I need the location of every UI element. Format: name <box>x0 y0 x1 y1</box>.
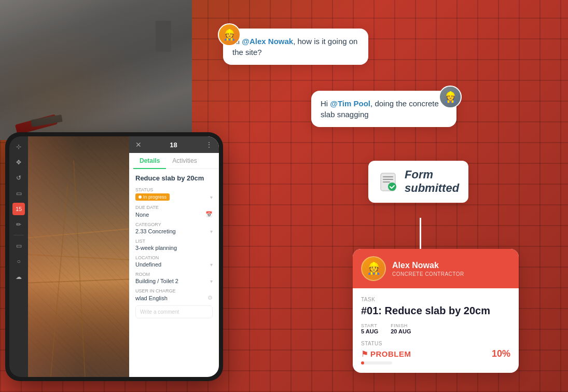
due-date-value: None 📅 <box>135 211 213 218</box>
svg-rect-1 <box>383 176 393 177</box>
form-submitted-text: Form submitted <box>405 168 459 195</box>
chat-mention-1: @Alex Nowak <box>242 37 293 46</box>
task-card-body: TASK #01: Reduce slab by 20cm START 5 AU… <box>353 288 519 373</box>
flag-icon: ⚑ <box>361 349 368 359</box>
toolbar-hand-icon[interactable]: ✥ <box>12 156 25 169</box>
field-location: Location Undefined ▾ <box>135 255 213 268</box>
form-icon <box>378 171 398 192</box>
detail-tabs: Details Activities <box>129 153 219 169</box>
problem-flag: ⚑ PROBLEM <box>361 349 411 359</box>
comment-placeholder: Write a comment <box>140 309 179 315</box>
tab-activities[interactable]: Activities <box>166 153 203 169</box>
task-progress: 10% <box>492 348 510 359</box>
field-status: Status In progress ▾ <box>135 187 213 201</box>
user-settings-icon[interactable]: ⚙ <box>207 295 213 301</box>
toolbar-layer-icon[interactable]: ▭ <box>12 187 25 200</box>
list-text: 3-week planning <box>135 245 177 251</box>
field-list: List 3-week planning <box>135 239 213 251</box>
detail-header: ✕ 18 ⋮ <box>129 136 219 153</box>
toolbar-circle-icon[interactable]: ○ <box>12 255 25 268</box>
form-submitted-line1: Form <box>405 168 433 181</box>
task-card-person: Alex Nowak CONCRETE CONTRACTOR <box>392 261 510 277</box>
toolbar-cursor-icon[interactable]: ⊹ <box>12 141 25 153</box>
category-dropdown-icon[interactable]: ▾ <box>210 229 213 234</box>
location-text: Undefined <box>135 261 161 268</box>
room-value: Building / Toilet 2 ▾ <box>135 278 213 284</box>
detail-task-title: Reduce slab by 20cm <box>135 174 213 182</box>
field-due-date: Due date None 📅 <box>135 205 213 218</box>
toolbar-cloud-icon[interactable]: ☁ <box>12 271 25 283</box>
person-role: CONCRETE CONTRACTOR <box>392 271 510 277</box>
tablet-photo <box>28 136 129 377</box>
category-text: 2.33 Concreting <box>135 228 176 234</box>
construction-photo-top <box>0 0 192 140</box>
task-status-row: ⚑ PROBLEM 10% <box>361 348 510 359</box>
detail-close-icon[interactable]: ✕ <box>135 141 142 149</box>
task-start: START 5 AUG <box>361 323 378 334</box>
user-value: wlad English ⚙ <box>135 295 213 301</box>
tablet-detail-panel: ✕ 18 ⋮ Details Activities Reduce slab by… <box>129 136 219 377</box>
form-submitted-line2: submitted <box>405 181 459 194</box>
tablet-device: ⊹ ✥ ↺ ▭ 15 ✏ ▭ ○ ☁ <box>5 132 223 381</box>
start-label: START <box>361 323 378 328</box>
detail-number: 18 <box>170 141 177 149</box>
chat-text-1: Hi @Alex Nowak, how is it going on the s… <box>232 36 359 58</box>
form-submitted-badge: Form submitted <box>368 161 468 203</box>
toolbar-pencil-icon[interactable]: ✏ <box>12 218 25 231</box>
chat-avatar-1: 👷 <box>218 23 241 46</box>
status-dot <box>138 195 142 199</box>
location-label: Location <box>135 255 213 260</box>
chat-bubble-1: 👷 Hi @Alex Nowak, how is it going on the… <box>223 29 368 65</box>
arrow-line <box>420 218 421 249</box>
due-date-text: None <box>135 212 149 218</box>
location-dropdown-icon[interactable]: ▾ <box>210 262 213 268</box>
list-value: 3-week planning <box>135 245 213 251</box>
task-card-avatar: 👷 <box>361 256 386 281</box>
room-label: Room <box>135 272 213 277</box>
category-value: 2.33 Concreting ▾ <box>135 228 213 234</box>
detail-body: Reduce slab by 20cm Status In progress ▾ <box>129 169 219 324</box>
field-room: Room Building / Toilet 2 ▾ <box>135 272 213 284</box>
start-value: 5 AUG <box>361 328 378 334</box>
comment-input[interactable]: Write a comment <box>135 305 213 318</box>
chat-bubble-2: 👷 Hi @Tim Pool, doing the concrete slab … <box>311 91 456 127</box>
progress-bar <box>361 361 392 365</box>
finish-label: FINISH <box>391 323 411 328</box>
task-percent: 10% <box>492 348 510 359</box>
calendar-icon[interactable]: 📅 <box>205 211 213 218</box>
tablet-toolbar: ⊹ ✥ ↺ ▭ 15 ✏ ▭ ○ ☁ <box>9 136 28 377</box>
chat-avatar-2: 👷 <box>439 86 462 108</box>
room-text: Building / Toilet 2 <box>135 278 178 284</box>
user-label: User in charge <box>135 288 213 293</box>
chat-avatar-2-emoji: 👷 <box>444 91 457 103</box>
person-name: Alex Nowak <box>392 261 510 270</box>
status-badge: In progress <box>135 193 170 201</box>
svg-rect-2 <box>383 179 393 180</box>
task-card-header: 👷 Alex Nowak CONCRETE CONTRACTOR <box>353 249 519 288</box>
chat-text-2: Hi @Tim Pool, doing the concrete slab sn… <box>321 98 447 120</box>
status-dropdown-icon[interactable]: ▾ <box>210 194 213 200</box>
status-value: In progress ▾ <box>135 193 213 201</box>
toolbar-rect-icon[interactable]: ▭ <box>12 240 25 252</box>
room-dropdown-icon[interactable]: ▾ <box>210 278 213 284</box>
detail-menu-icon[interactable]: ⋮ <box>205 141 213 149</box>
chat-mention-2: @Tim Pool <box>330 99 370 108</box>
field-category: Category 2.33 Concreting ▾ <box>135 222 213 234</box>
status-label: Status <box>135 187 213 192</box>
task-card: 👷 Alex Nowak CONCRETE CONTRACTOR TASK #0… <box>353 249 519 373</box>
task-dates: START 5 AUG FINISH 20 AUG <box>361 323 510 334</box>
avatar-emoji: 👷 <box>367 262 381 275</box>
task-finish: FINISH 20 AUG <box>391 323 411 334</box>
task-title: #01: Reduce slab by 20cm <box>361 304 510 317</box>
toolbar-pin-icon[interactable]: 15 <box>12 203 25 215</box>
user-text: wlad English <box>135 295 168 301</box>
chat-avatar-1-emoji: 👷 <box>223 29 236 41</box>
status-text: In progress <box>143 194 167 200</box>
tab-details[interactable]: Details <box>133 153 166 169</box>
finish-value: 20 AUG <box>391 328 411 334</box>
toolbar-rotate-icon[interactable]: ↺ <box>12 172 25 184</box>
status-section-label: STATUS <box>361 341 510 346</box>
progress-bar-fill <box>361 361 364 365</box>
task-status-left: ⚑ PROBLEM <box>361 349 411 359</box>
category-label: Category <box>135 222 213 227</box>
